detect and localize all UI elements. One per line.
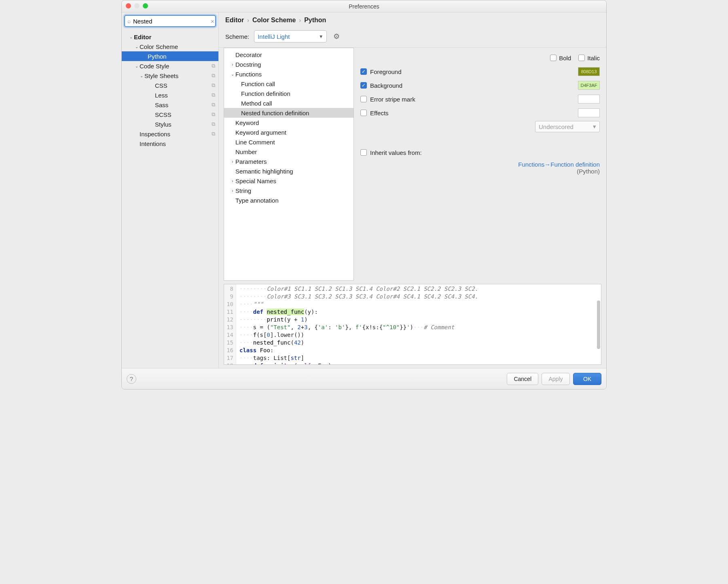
apply-button[interactable]: Apply [542,373,570,385]
background-checkbox[interactable]: ✓ Background [360,82,578,89]
breadcrumb-item[interactable]: Color Scheme [252,17,296,24]
project-copy-icon: ⧉ [209,102,215,108]
checkbox-icon: ✓ [360,82,367,89]
italic-checkbox[interactable]: Italic [578,55,600,61]
project-copy-icon: ⧉ [209,121,215,127]
sidebar-item-label: Inspections [140,131,209,138]
error-stripe-swatch[interactable] [578,95,600,104]
sidebar-item-editor[interactable]: ⌄Editor [122,32,218,42]
sidebar-item-color-scheme[interactable]: ⌄Color Scheme [122,42,218,51]
attribute-item-keyword[interactable]: Keyword [224,118,353,127]
effects-select-row: Underscored ▾ [360,120,600,133]
attribute-list[interactable]: Decorator›Docstring⌄FunctionsFunction ca… [224,48,354,281]
inherit-row: Inherit values from: [360,146,600,159]
scheme-select[interactable]: IntelliJ Light ▼ [254,30,327,42]
code-preview[interactable]: 8 9 10 11 12 13 14 15 16 17 18 ········C… [224,284,601,365]
attribute-item-keyword-argument[interactable]: Keyword argument [224,127,353,137]
attribute-item-label: Special Names [235,178,276,184]
foreground-swatch[interactable]: 808D13 [578,67,600,76]
chevron-down-icon: ▼ [319,34,323,39]
attribute-item-label: Docstring [235,61,261,68]
search-box[interactable]: ⌕ × [124,15,216,27]
sidebar-item-stylus[interactable]: Stylus⧉ [122,119,218,129]
attribute-item-function-call[interactable]: Function call [224,79,353,89]
sidebar-item-inspections[interactable]: Inspections⧉ [122,129,218,139]
attribute-item-label: Keyword argument [235,129,286,136]
attribute-item-number[interactable]: Number [224,147,353,157]
close-icon[interactable] [126,3,131,8]
attribute-item-special-names[interactable]: ›Special Names [224,176,353,186]
attribute-item-type-annotation[interactable]: Type annotation [224,195,353,205]
sidebar-item-sass[interactable]: Sass⧉ [122,100,218,110]
search-input[interactable] [132,17,211,25]
sidebar-item-python[interactable]: Python [122,51,218,61]
effects-type-select[interactable]: Underscored ▾ [535,121,600,132]
titlebar: Preferences [122,0,606,13]
checkbox-icon: ✓ [360,68,367,75]
scrollbar[interactable] [597,300,600,349]
footer: ? Cancel Apply OK [122,368,606,389]
checkbox-icon [360,110,367,116]
bold-checkbox[interactable]: Bold [550,55,571,61]
attribute-item-label: Parameters [235,158,267,165]
breadcrumb-item[interactable]: Editor [225,17,244,24]
chevron-right-icon: › [296,17,304,23]
effects-checkbox[interactable]: Effects [360,110,578,116]
sidebar-item-less[interactable]: Less⧉ [122,90,218,100]
sidebar-item-label: Color Scheme [140,43,215,50]
breadcrumb-item[interactable]: Python [304,17,326,24]
sidebar-item-intentions[interactable]: Intentions [122,139,218,148]
cancel-button[interactable]: Cancel [507,373,538,385]
settings-tree[interactable]: ⌄Editor⌄Color SchemePython⌄Code Style⧉⌄S… [122,30,218,368]
window-controls [126,3,148,8]
clear-icon[interactable]: × [211,18,214,25]
chevron-down-icon: ⌄ [139,74,144,78]
project-copy-icon: ⧉ [209,82,215,89]
attribute-item-functions[interactable]: ⌄Functions [224,69,353,79]
foreground-checkbox[interactable]: ✓ Foreground [360,68,578,75]
maximize-icon[interactable] [143,3,148,8]
chevron-down-icon: ⌄ [134,64,140,68]
inherit-suffix: (Python) [577,168,600,175]
ok-button[interactable]: OK [573,373,601,385]
attribute-item-nested-function-definition[interactable]: Nested function definition [224,108,353,118]
background-swatch[interactable]: D4F3AF [578,81,600,90]
sidebar-item-label: Style Sheets [144,72,209,79]
chevron-right-icon: › [230,159,235,164]
search-icon: ⌕ [127,18,131,24]
sidebar-item-style-sheets[interactable]: ⌄Style Sheets⧉ [122,71,218,80]
inherit-checkbox[interactable]: Inherit values from: [360,149,600,156]
attribute-item-label: Number [235,148,257,155]
project-copy-icon: ⧉ [209,92,215,98]
chevron-down-icon: ⌄ [230,72,235,76]
attribute-item-docstring[interactable]: ›Docstring [224,59,353,69]
window-title: Preferences [349,3,379,10]
gear-icon[interactable]: ⚙ [333,32,340,41]
scheme-label: Scheme: [225,33,249,40]
attribute-item-line-comment[interactable]: Line Comment [224,137,353,147]
attribute-item-semantic-highlighting[interactable]: Semantic highlighting [224,166,353,176]
content-split: Decorator›Docstring⌄FunctionsFunction ca… [219,48,606,284]
attribute-item-label: Nested function definition [241,110,309,116]
minimize-icon[interactable] [134,3,140,8]
sidebar-item-scss[interactable]: SCSS⧉ [122,110,218,119]
error-stripe-checkbox[interactable]: Error stripe mark [360,96,578,103]
attribute-item-method-call[interactable]: Method call [224,98,353,108]
project-copy-icon: ⧉ [209,63,215,69]
checkbox-icon [360,96,367,102]
chevron-right-icon: › [230,179,235,183]
attribute-item-parameters[interactable]: ›Parameters [224,157,353,166]
chevron-down-icon: ⌄ [134,44,140,49]
sidebar-item-code-style[interactable]: ⌄Code Style⧉ [122,61,218,71]
attribute-item-decorator[interactable]: Decorator [224,50,353,59]
inherit-link[interactable]: Functions→Function definition [518,161,600,168]
sidebar-item-label: Editor [134,34,215,40]
sidebar-item-css[interactable]: CSS⧉ [122,80,218,90]
help-button[interactable]: ? [127,374,136,384]
error-stripe-row: Error stripe mark [360,92,600,106]
font-style-row: Bold Italic [360,51,600,65]
scheme-row: Scheme: IntelliJ Light ▼ ⚙ [219,25,606,48]
attribute-item-function-definition[interactable]: Function definition [224,89,353,98]
effects-swatch[interactable] [578,108,600,117]
attribute-item-string[interactable]: ›String [224,186,353,195]
